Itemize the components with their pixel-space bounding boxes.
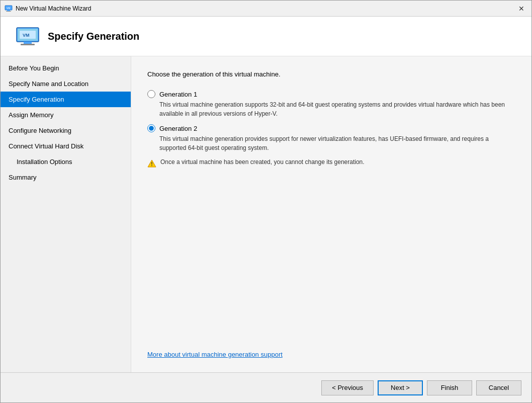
sidebar-item-installation-options[interactable]: Installation Options: [1, 154, 131, 170]
sidebar-item-configure-networking[interactable]: Configure Networking: [1, 123, 131, 138]
learn-more-link[interactable]: More about virtual machine generation su…: [147, 351, 283, 358]
page-header: VM Specify Generation: [1, 17, 531, 56]
sidebar-item-before-you-begin[interactable]: Before You Begin: [1, 60, 131, 76]
generation1-option: Generation 1 This virtual machine genera…: [147, 90, 515, 118]
window-icon: VM: [5, 5, 13, 13]
generation-options: Generation 1 This virtual machine genera…: [147, 90, 515, 168]
svg-rect-7: [24, 42, 32, 44]
svg-text:VM: VM: [7, 7, 11, 10]
generation1-label[interactable]: Generation 1: [159, 91, 197, 98]
warning-text: Once a virtual machine has been created,…: [160, 158, 365, 166]
next-button[interactable]: Next >: [378, 380, 423, 395]
generation2-row: Generation 2: [147, 124, 515, 132]
sidebar: Before You Begin Specify Name and Locati…: [1, 56, 131, 372]
warning-row: ! Once a virtual machine has been create…: [147, 158, 515, 168]
generation1-radio[interactable]: [147, 90, 155, 98]
page-title: Specify Generation: [48, 31, 139, 42]
title-bar: VM New Virtual Machine Wizard ✕: [1, 1, 531, 17]
sidebar-item-assign-memory[interactable]: Assign Memory: [1, 107, 131, 123]
svg-rect-3: [6, 11, 11, 12]
previous-button[interactable]: < Previous: [321, 380, 374, 395]
svg-rect-8: [21, 44, 35, 45]
sidebar-item-specify-name[interactable]: Specify Name and Location: [1, 76, 131, 92]
svg-rect-2: [7, 10, 10, 11]
instruction-text: Choose the generation of this virtual ma…: [147, 70, 515, 78]
cancel-button[interactable]: Cancel: [476, 380, 521, 395]
close-button[interactable]: ✕: [515, 3, 527, 15]
footer: < Previous Next > Finish Cancel: [1, 372, 531, 402]
generation1-row: Generation 1: [147, 90, 515, 98]
sidebar-item-summary[interactable]: Summary: [1, 170, 131, 185]
svg-text:VM: VM: [23, 33, 30, 38]
wizard-window: VM New Virtual Machine Wizard ✕ VM Speci…: [0, 0, 532, 403]
sidebar-item-specify-generation[interactable]: Specify Generation: [1, 92, 131, 107]
generation2-option: Generation 2 This virtual machine genera…: [147, 124, 515, 168]
header-icon: VM: [16, 27, 40, 46]
content-area: Before You Begin Specify Name and Locati…: [1, 56, 531, 372]
window-title: New Virtual Machine Wizard: [16, 5, 515, 12]
main-content: Choose the generation of this virtual ma…: [131, 56, 531, 372]
warning-icon: !: [147, 159, 156, 168]
finish-button[interactable]: Finish: [427, 380, 472, 395]
generation2-description: This virtual machine generation provides…: [159, 134, 515, 152]
link-area: More about virtual machine generation su…: [147, 343, 515, 358]
svg-text:!: !: [151, 162, 152, 167]
generation1-description: This virtual machine generation supports…: [159, 100, 515, 118]
sidebar-item-connect-vhd[interactable]: Connect Virtual Hard Disk: [1, 138, 131, 154]
generation2-label[interactable]: Generation 2: [159, 125, 197, 132]
generation2-radio[interactable]: [147, 124, 155, 132]
